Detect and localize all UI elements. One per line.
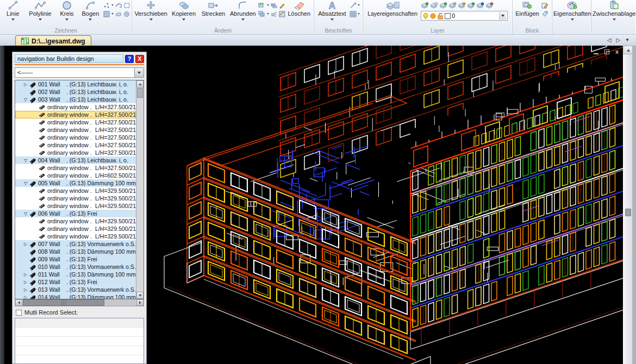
tree-row-window[interactable]: ordinary window .L/H=329.500/210.00 (15, 233, 136, 240)
expand-arrow-icon[interactable]: ▷ (22, 280, 29, 285)
tree-horizontal-scrollbar[interactable] (15, 299, 144, 306)
stretch-button[interactable]: Strecken (199, 0, 228, 27)
tree-row-window[interactable]: ordinary window .L/H=329.500/210.00 (15, 194, 136, 202)
multi-record-select[interactable]: Mutli Record Select. (16, 309, 143, 316)
leader-icon[interactable] (349, 2, 357, 9)
tree-row-window[interactable]: ordinary window .L/H=327.500/210.00 (15, 141, 136, 149)
mtext-button[interactable]: A Absatztext (315, 0, 349, 27)
tree-row-window[interactable]: ordinary window .L/H=327.500/210.00 (15, 149, 136, 156)
circle-button[interactable]: Kreis (55, 0, 78, 27)
expand-arrow-icon[interactable]: ▷ (22, 287, 29, 292)
polyline-button[interactable]: Polylinie (24, 0, 55, 27)
scroll-right-button[interactable] (136, 299, 144, 306)
record-list[interactable] (15, 318, 144, 364)
chevron-down-icon[interactable] (358, 4, 360, 6)
chevron-down-icon[interactable] (267, 13, 269, 15)
filter-dropdown[interactable]: <------ (15, 67, 144, 78)
layer-tool-icon[interactable] (439, 2, 447, 9)
help-button[interactable]: ? (125, 55, 134, 63)
copy-objects-icon[interactable] (258, 10, 266, 17)
move-button[interactable]: Verschieben (133, 0, 169, 27)
checkbox[interactable] (16, 310, 22, 316)
tree-row-window[interactable]: ordinary window .L/H=329.500/210.00 (15, 187, 136, 194)
layer-tool-icon[interactable] (458, 2, 466, 9)
collapse-arrow-icon[interactable]: ▽ (22, 211, 29, 216)
viewport-scrollbar[interactable] (623, 46, 632, 364)
tab-scroll-left-button[interactable]: ◁ (607, 36, 612, 44)
panel-title-bar[interactable]: navigation bar Buildin design ? X (15, 54, 144, 65)
restore-icon[interactable] (604, 49, 609, 54)
tree-row-wall[interactable]: ▽004 Wall. (G:13) Leichtbauw. i, o. (15, 156, 136, 164)
tree-row-wall[interactable]: ▷013 Wall. (G:13) Vormauerwerk o.S., (15, 286, 136, 293)
tree-row-window[interactable]: ordinary window .L/H=329.500/210.00 (15, 217, 136, 225)
cloud-icon[interactable] (115, 10, 122, 17)
tree-row-wall[interactable]: ▽006 Wall. (G:13) Frei (15, 210, 136, 217)
line-button[interactable]: Linie (1, 0, 24, 27)
dropdown-button[interactable] (134, 68, 144, 77)
clipboard-button[interactable]: Zwischenablage (593, 0, 636, 27)
tree-row-wall[interactable]: 009 Wall. (G:13) Frei (15, 255, 136, 263)
explode-icon[interactable] (270, 10, 278, 17)
structure-tree[interactable]: ▷001 Wall. (G:13) Leichtbauw. i, o.002 W… (15, 80, 144, 299)
rectangle-icon[interactable] (123, 2, 130, 9)
layer-properties-button[interactable]: Layereigenschaften (364, 0, 421, 27)
tree-row-window[interactable]: ordinary window .L/H=327.500/210.00 (15, 103, 136, 111)
tab-scroll-right-button[interactable]: ▷ (616, 36, 620, 44)
expand-arrow-icon[interactable]: ▷ (22, 272, 29, 277)
chevron-down-icon[interactable] (111, 4, 114, 6)
scrollbar-thumb[interactable] (23, 299, 104, 306)
chevron-down-icon[interactable] (358, 13, 360, 15)
tree-vertical-scrollbar[interactable] (136, 80, 144, 299)
scrollbar-thumb[interactable] (137, 88, 143, 98)
collapse-arrow-icon[interactable]: ▽ (22, 181, 29, 186)
array-icon[interactable] (258, 2, 266, 9)
points-icon[interactable] (103, 2, 110, 9)
table-icon[interactable] (349, 10, 357, 17)
trim-icon[interactable] (278, 10, 286, 17)
align-icon[interactable] (270, 2, 278, 9)
chevron-down-icon[interactable] (267, 4, 269, 6)
tree-row-wall[interactable]: ▽003 Wall. (G:13) Leichtbauw. i, o. (15, 96, 136, 103)
tree-row-wall[interactable]: 008 Wall. (G:13) Dämmung 100 mm (15, 248, 136, 255)
tab-menu-button[interactable]: ▼ (625, 36, 629, 44)
tree-row-window[interactable]: ordinary window .L/H=329.500/210.00 (15, 202, 136, 210)
tree-row-window[interactable]: ordinary window .L/H=327.500/210.00 (15, 126, 136, 134)
tab-gesamt-dwg[interactable]: D:\...\gesamt.dwg (15, 35, 91, 46)
tree-row-window[interactable]: ordinary window .L/H=327.500/210.00 (15, 111, 136, 118)
tree-row-window[interactable]: ordinary window .L/H=327.500/210.00 (15, 134, 136, 141)
tree-row-wall[interactable]: 010 Wall. (G:13) Vormauerwerk o.S., (15, 263, 136, 271)
tree-row-wall[interactable]: ▽005 Wall. (G:13) Dämmung 100 mm (15, 179, 136, 187)
panel-close-button[interactable]: X (135, 55, 144, 63)
tree-row-window[interactable]: ordinary window .L/H=329.500/210.00 (15, 225, 136, 233)
revision-cloud-icon[interactable] (115, 2, 122, 9)
scroll-down-button[interactable] (136, 292, 144, 299)
layer-tool-icon[interactable] (476, 2, 484, 9)
expand-arrow-icon[interactable]: ▷ (22, 82, 29, 87)
tree-row-wall[interactable]: ▷001 Wall. (G:13) Leichtbauw. i, o. (15, 80, 136, 88)
collapse-arrow-icon[interactable]: ▽ (22, 97, 29, 102)
dropdown-button[interactable] (499, 12, 506, 20)
layer-tool-icon[interactable] (421, 2, 429, 9)
scroll-left-button[interactable] (15, 299, 22, 306)
block-edit-icon[interactable] (541, 2, 548, 9)
attribute-tag-icon[interactable] (541, 10, 548, 17)
tree-row-wall[interactable]: ▷014 Wall. (G:13) Dämmung 100 mm (15, 293, 136, 299)
donut-icon[interactable] (123, 10, 130, 17)
edit-pencil-icon[interactable] (278, 2, 286, 9)
tree-row-wall[interactable]: ▷012 Wall. (G:13) Frei (15, 278, 136, 286)
insert-block-button[interactable]: Einfügen (514, 0, 541, 27)
layer-tool-icon[interactable] (430, 2, 438, 9)
scroll-up-button[interactable] (136, 80, 144, 87)
arc-button[interactable]: Bogen (78, 0, 103, 27)
close-icon[interactable]: x (615, 49, 619, 55)
properties-button[interactable]: Eigenschaften (553, 0, 591, 27)
tree-row-wall[interactable]: ▷011 Wall. (G:13) Dämmung 100 mm (15, 271, 136, 278)
expand-arrow-icon[interactable]: ▷ (22, 295, 29, 300)
scroll-up-button[interactable] (623, 46, 633, 54)
tree-row-wall[interactable]: ▷007 Wall. (G:13) Vormauerwerk o.S., (15, 240, 136, 248)
minimize-icon[interactable] (594, 53, 598, 54)
copy-button[interactable]: Kopieren (169, 0, 198, 27)
tree-row-window[interactable]: ordinary window .L/H=327.500/210.00 (15, 118, 136, 126)
fillet-button[interactable]: Abrunden (228, 0, 258, 27)
tree-row-window[interactable]: ordinary window .L/H=327.500/210.00 (15, 164, 136, 172)
